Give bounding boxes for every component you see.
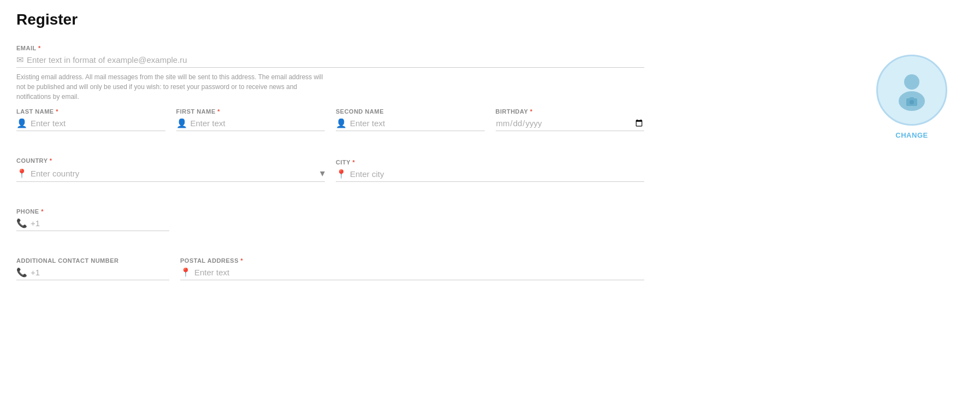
country-select-wrapper: 📍 Enter country ▾	[16, 167, 325, 182]
first-name-field-group: FIRST NAME * 👤	[176, 108, 325, 131]
country-location-icon: 📍	[16, 168, 27, 179]
postal-address-input[interactable]	[194, 268, 644, 277]
email-label: EMAIL *	[16, 45, 644, 51]
first-name-input[interactable]	[191, 119, 325, 128]
birthday-input-wrapper	[496, 118, 645, 131]
change-avatar-button[interactable]: CHANGE	[895, 131, 928, 139]
city-location-icon: 📍	[336, 169, 347, 179]
phone-input[interactable]	[31, 219, 169, 228]
svg-point-3	[910, 100, 914, 104]
phone-row: PHONE * 📞	[16, 208, 644, 244]
email-field-group: EMAIL * ✉ Existing email address. All ma…	[16, 45, 644, 102]
last-name-input-wrapper: 👤	[16, 118, 165, 131]
additional-contact-input[interactable]	[31, 268, 169, 277]
city-label: CITY *	[336, 159, 644, 166]
city-field-group: CITY * 📍	[336, 159, 644, 182]
page-title: Register	[16, 11, 964, 28]
city-input[interactable]	[350, 169, 644, 179]
phone-label: PHONE *	[16, 208, 169, 215]
phone-input-wrapper: 📞	[16, 218, 169, 231]
email-hint: Existing email address. All mail message…	[16, 72, 333, 102]
birthday-label: BIRTHDAY *	[496, 108, 645, 115]
second-name-input-wrapper: 👤	[336, 118, 485, 131]
second-name-person-icon: 👤	[336, 118, 347, 128]
additional-contact-field-group: ADDITIONAL CONTACT NUMBER 📞	[16, 257, 169, 280]
country-dropdown-arrow-icon: ▾	[320, 167, 325, 179]
avatar-icon	[890, 68, 934, 112]
birthday-field-group: BIRTHDAY *	[496, 108, 645, 131]
postal-address-input-wrapper: 📍	[180, 267, 644, 280]
svg-point-0	[904, 74, 919, 90]
email-input[interactable]	[27, 55, 644, 64]
second-name-field-group: SECOND NAME 👤	[336, 108, 485, 131]
additional-contact-label: ADDITIONAL CONTACT NUMBER	[16, 257, 169, 264]
name-birthday-row: LAST NAME * 👤 FIRST NAME * 👤 SECOND NAME	[16, 108, 644, 144]
last-name-person-icon: 👤	[16, 118, 27, 128]
last-name-field-group: LAST NAME * 👤	[16, 108, 165, 131]
phone-icon: 📞	[16, 218, 27, 228]
second-name-label: SECOND NAME	[336, 108, 485, 115]
email-input-wrapper: ✉	[16, 55, 644, 68]
avatar-image	[876, 55, 947, 126]
country-city-row: COUNTRY * 📍 Enter country ▾ CITY * 📍	[16, 157, 644, 195]
phone-field-group: PHONE * 📞	[16, 208, 169, 231]
country-select[interactable]: Enter country	[31, 169, 317, 178]
additional-postal-row: ADDITIONAL CONTACT NUMBER 📞 POSTAL ADDRE…	[16, 257, 644, 293]
svg-rect-4	[910, 97, 914, 99]
email-icon: ✉	[16, 55, 23, 65]
last-name-label: LAST NAME *	[16, 108, 165, 115]
birthday-input[interactable]	[496, 118, 645, 128]
first-name-person-icon: 👤	[176, 118, 187, 128]
first-name-input-wrapper: 👤	[176, 118, 325, 131]
last-name-input[interactable]	[31, 119, 165, 128]
country-label: COUNTRY *	[16, 157, 325, 164]
postal-address-field-group: POSTAL ADDRESS * 📍	[180, 257, 644, 280]
country-field-group: COUNTRY * 📍 Enter country ▾	[16, 157, 325, 182]
postal-address-label: POSTAL ADDRESS *	[180, 257, 644, 264]
postal-location-icon: 📍	[180, 267, 191, 278]
additional-phone-icon: 📞	[16, 267, 27, 278]
additional-contact-input-wrapper: 📞	[16, 267, 169, 280]
first-name-label: FIRST NAME *	[176, 108, 325, 115]
city-input-wrapper: 📍	[336, 169, 644, 182]
second-name-input[interactable]	[350, 119, 485, 128]
avatar-section: CHANGE	[876, 55, 947, 139]
